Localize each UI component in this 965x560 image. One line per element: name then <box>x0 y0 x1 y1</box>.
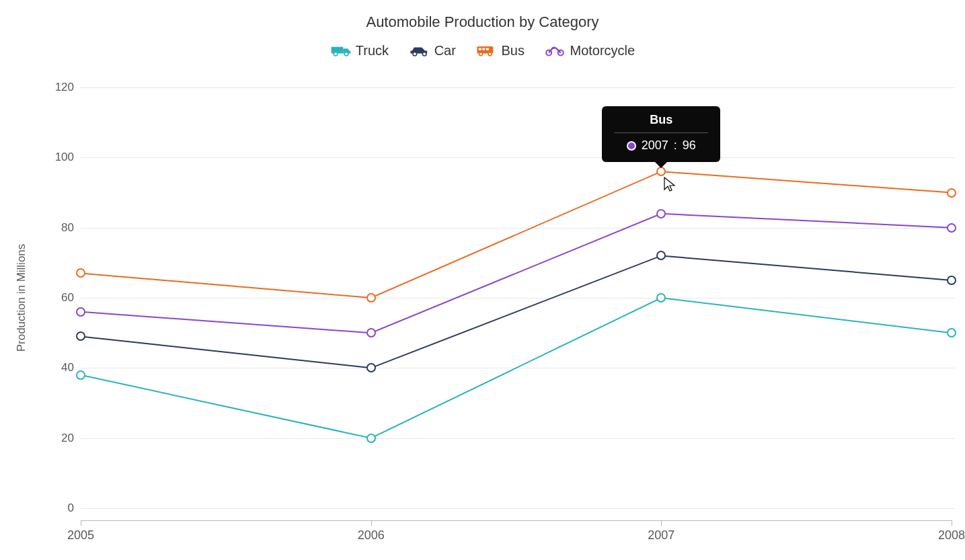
legend-label: Car <box>434 43 456 58</box>
chart-legend: Truck Car Bus Motorcycle <box>0 43 965 60</box>
data-point-truck[interactable] <box>656 293 666 303</box>
tooltip-x-value: 2007 <box>642 138 668 153</box>
line-series-svg <box>40 73 962 543</box>
data-point-car[interactable] <box>76 331 85 341</box>
legend-item-truck[interactable]: Truck <box>330 43 389 58</box>
data-point-motorcycle[interactable] <box>947 223 956 233</box>
data-point-bus[interactable] <box>656 167 666 176</box>
legend-item-car[interactable]: Car <box>409 43 456 58</box>
bus-icon <box>475 44 497 58</box>
data-point-bus[interactable] <box>366 293 376 303</box>
tooltip-series-name: Bus <box>614 113 708 127</box>
data-point-car[interactable] <box>366 363 376 372</box>
svg-rect-7 <box>483 48 486 50</box>
legend-label: Bus <box>501 43 524 58</box>
data-point-motorcycle[interactable] <box>656 209 666 218</box>
legend-item-bus[interactable]: Bus <box>475 43 524 58</box>
svg-rect-8 <box>486 48 489 50</box>
legend-item-motorcycle[interactable]: Motorcycle <box>544 43 635 58</box>
svg-point-9 <box>479 52 483 55</box>
series-line-bus[interactable] <box>81 171 952 298</box>
data-point-truck[interactable] <box>366 434 376 443</box>
automobile-production-chart: Automobile Production by Category Truck … <box>0 0 965 560</box>
data-point-bus[interactable] <box>947 188 956 198</box>
series-line-motorcycle[interactable] <box>81 214 952 333</box>
truck-icon <box>330 44 352 58</box>
data-point-car[interactable] <box>656 251 666 260</box>
tooltip-y-value: 96 <box>683 138 696 153</box>
svg-rect-6 <box>479 48 481 50</box>
svg-point-4 <box>422 52 426 56</box>
chart-title: Automobile Production by Category <box>0 13 965 31</box>
y-axis-title: Production in Millions <box>15 244 28 352</box>
motorcycle-icon <box>544 44 566 58</box>
chart-tooltip: Bus2007:96 <box>602 106 720 162</box>
series-line-truck[interactable] <box>81 298 952 438</box>
data-point-motorcycle[interactable] <box>366 328 376 337</box>
tooltip-color-dot <box>627 141 636 151</box>
data-point-motorcycle[interactable] <box>76 307 85 317</box>
data-point-car[interactable] <box>947 276 956 285</box>
svg-point-2 <box>344 52 348 56</box>
plot-area[interactable]: 0204060801001202005200620072008Productio… <box>40 73 962 543</box>
car-icon <box>409 44 430 58</box>
data-point-truck[interactable] <box>76 370 85 380</box>
data-point-truck[interactable] <box>947 328 956 337</box>
svg-point-3 <box>413 52 417 56</box>
svg-point-10 <box>488 52 492 55</box>
data-point-bus[interactable] <box>76 268 85 278</box>
legend-label: Truck <box>356 43 389 58</box>
svg-point-1 <box>334 52 338 56</box>
legend-label: Motorcycle <box>570 43 635 58</box>
